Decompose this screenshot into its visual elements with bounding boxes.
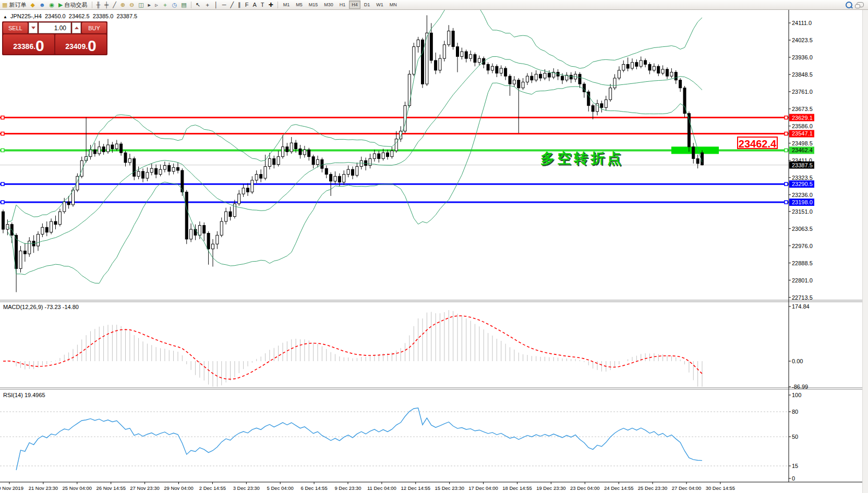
timeframe-button-w1[interactable]: W1 xyxy=(373,1,386,9)
line-anchor-marker[interactable] xyxy=(785,201,788,204)
toolbar-draw-group: ↖＋│─╱∥FAT✚ xyxy=(194,0,275,9)
zoom-in-button[interactable]: ⊕ xyxy=(118,1,127,9)
signals-button[interactable]: ◉ xyxy=(47,1,56,9)
price-axis-label: 23151.0 xyxy=(792,208,813,215)
line-chart-button[interactable]: ╱ xyxy=(111,1,118,9)
time-axis-label: 26 Nov 14:55 xyxy=(96,485,126,491)
cursor-button[interactable]: ↖ xyxy=(194,1,202,9)
volume-up-button[interactable] xyxy=(72,22,81,33)
line-anchor-marker[interactable] xyxy=(785,116,788,119)
candle-body xyxy=(58,212,61,224)
line-anchor-marker[interactable] xyxy=(1,182,4,186)
sell-price-button[interactable]: 23386.0 xyxy=(3,34,54,54)
line-chart-icon: ╱ xyxy=(113,1,116,9)
candle-body xyxy=(212,244,214,249)
candle-body xyxy=(273,158,275,164)
new-order-button[interactable]: ▦新订单 xyxy=(0,1,28,9)
text-label-button[interactable]: T xyxy=(259,1,267,9)
candle-body xyxy=(338,176,341,182)
one-click-toggle-icon[interactable]: ▲ xyxy=(3,15,7,19)
community-profile-button[interactable]: ☻ xyxy=(37,1,47,9)
auto-trading-button[interactable]: ▶自动交易 xyxy=(56,1,89,9)
symbol-name: JPN225-,H4 xyxy=(10,13,42,19)
candle-body xyxy=(128,158,131,163)
chart-shift-button[interactable]: ▹ xyxy=(153,1,160,9)
horizontal-line-button[interactable]: ─ xyxy=(220,1,228,9)
toolbar-left-group: ▦新订单◆☻◉▶自动交易 xyxy=(0,0,90,9)
line-anchor-marker[interactable] xyxy=(785,149,788,152)
timeframe-button-h4[interactable]: H4 xyxy=(349,1,360,9)
timeframe-button-mn[interactable]: MN xyxy=(387,1,400,9)
time-axis-label: 6 Dec 14:55 xyxy=(300,485,327,491)
candle-body xyxy=(163,166,166,170)
candle-body xyxy=(260,175,262,179)
chat-icon[interactable] xyxy=(857,2,864,7)
price-callout-box[interactable]: 23462.4 xyxy=(737,137,778,149)
line-anchor-marker[interactable] xyxy=(1,149,4,152)
timeframe-button-m30[interactable]: M30 xyxy=(321,1,336,9)
text-button[interactable]: A xyxy=(250,1,258,9)
price-axis-label: 23761.0 xyxy=(792,89,813,95)
zoom-out-button[interactable]: ⊖ xyxy=(127,1,136,9)
volume-input[interactable] xyxy=(39,22,71,33)
price-axis-label: 23936.0 xyxy=(792,54,813,60)
candle-body xyxy=(696,158,699,163)
indicators-add-button[interactable]: ＋ xyxy=(160,1,170,9)
bar-chart-button[interactable]: ╫ xyxy=(94,1,103,9)
channel-button[interactable]: ∥ xyxy=(236,1,243,9)
candle-body xyxy=(190,229,192,239)
crosshair-button[interactable]: ＋ xyxy=(202,1,212,9)
line-anchor-marker[interactable] xyxy=(1,132,4,135)
vertical-line-button[interactable]: │ xyxy=(212,1,220,9)
sell-button[interactable]: SELL xyxy=(3,22,28,33)
timeframe-button-m1[interactable]: M1 xyxy=(281,1,293,9)
templates-button[interactable]: ▤ xyxy=(179,1,188,9)
candle-body xyxy=(264,166,267,178)
auto-trading-icon: ▶ xyxy=(58,1,63,9)
timeframe-button-d1[interactable]: D1 xyxy=(361,1,373,9)
line-anchor-marker[interactable] xyxy=(785,132,788,135)
trendline-button[interactable]: ╱ xyxy=(228,1,236,9)
search-icon[interactable] xyxy=(846,2,852,8)
line-anchor-marker[interactable] xyxy=(1,201,4,204)
candle-body xyxy=(618,70,620,78)
candlestick-chart-icon: ╪ xyxy=(104,1,108,9)
candle-body xyxy=(45,227,48,232)
fibonacci-button[interactable]: F xyxy=(243,1,251,9)
line-anchor-marker[interactable] xyxy=(1,116,4,119)
time-axis-label: 25 Nov 04:00 xyxy=(63,485,92,491)
candle-body xyxy=(308,150,310,156)
candle-body xyxy=(456,47,459,57)
sell-price-big-digit: 0 xyxy=(35,38,44,54)
buy-price-button[interactable]: 23409.0 xyxy=(55,34,106,54)
candle-body xyxy=(417,40,419,46)
candle-body xyxy=(670,72,673,77)
highlight-rectangle[interactable] xyxy=(671,146,719,154)
periods-button[interactable]: ◷ xyxy=(170,1,179,9)
timeframe-button-m15[interactable]: M15 xyxy=(306,1,321,9)
candle-body xyxy=(531,76,533,80)
price-axis-label: 23586.0 xyxy=(792,123,813,129)
buy-button[interactable]: BUY xyxy=(82,22,106,33)
chart-annotation-text[interactable]: 多空转折点 xyxy=(540,149,624,168)
candle-body xyxy=(613,78,616,88)
arrows-button[interactable]: ✚ xyxy=(267,1,275,9)
candle-body xyxy=(203,225,206,233)
candle-body xyxy=(522,82,524,88)
candle-body xyxy=(19,251,22,268)
tile-windows-button[interactable]: ◫ xyxy=(136,1,146,9)
metaeditor-button[interactable]: ◆ xyxy=(28,1,37,9)
candle-body xyxy=(600,104,603,108)
auto-scroll-button[interactable]: ▸ xyxy=(146,1,153,9)
timeframe-button-m5[interactable]: M5 xyxy=(293,1,305,9)
candlestick-chart-button[interactable]: ╪ xyxy=(102,1,111,9)
candle-body xyxy=(216,235,219,244)
chart-canvas[interactable]: 23629.123547.123462.423290.523198.023387… xyxy=(0,0,868,493)
candle-body xyxy=(430,33,432,60)
sell-price: 23386. xyxy=(13,39,35,54)
templates-icon: ▤ xyxy=(181,1,186,9)
candle-body xyxy=(295,143,297,149)
volume-down-button[interactable] xyxy=(29,22,38,33)
line-anchor-marker[interactable] xyxy=(785,182,788,186)
timeframe-button-h1[interactable]: H1 xyxy=(337,1,348,9)
